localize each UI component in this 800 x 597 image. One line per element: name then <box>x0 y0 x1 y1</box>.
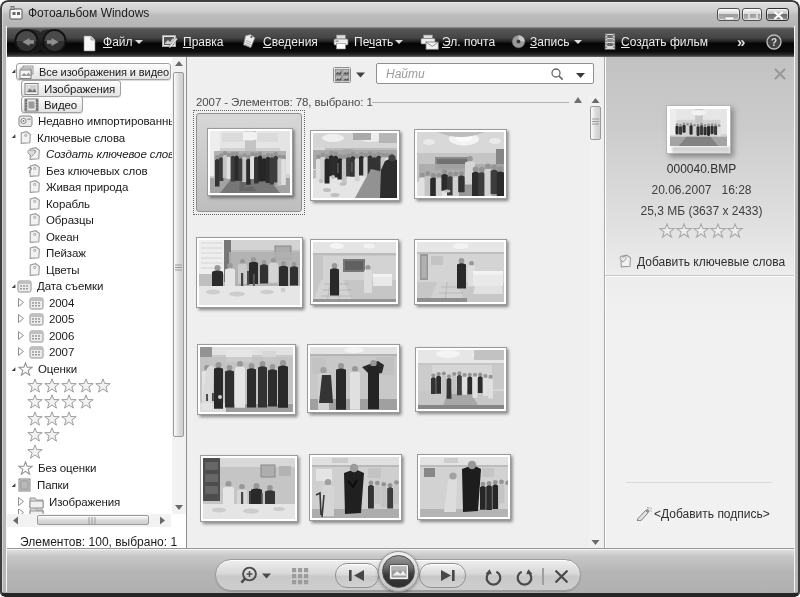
svg-text:?: ? <box>27 165 32 175</box>
svg-text:?: ? <box>771 37 777 48</box>
